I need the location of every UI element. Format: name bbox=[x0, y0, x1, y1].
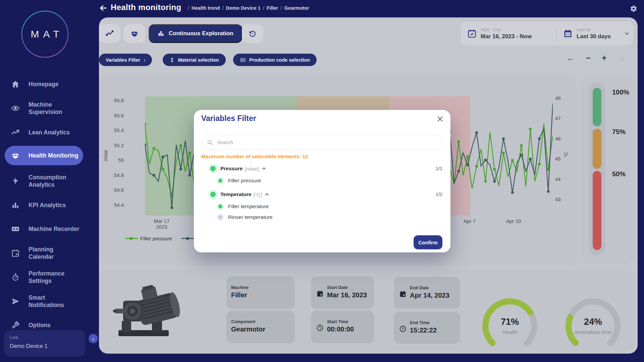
material-selection-chip-label: Material selection bbox=[178, 57, 219, 63]
group-name: Pressure bbox=[220, 166, 243, 172]
selected-dot-icon[interactable] bbox=[218, 179, 222, 183]
continuous-exploration-button[interactable]: Continuous Exploration bbox=[149, 24, 242, 43]
sidebar-item-label: Consumption Analytics bbox=[29, 174, 77, 188]
continuous-exploration-label: Continuous Exploration bbox=[169, 30, 233, 37]
end-time-value: 15:22:22 bbox=[410, 326, 455, 334]
search-field[interactable] bbox=[201, 135, 443, 150]
sidebar-item-machine-recorder[interactable]: Machine Recorder bbox=[0, 221, 88, 237]
machine-value: Filler bbox=[231, 291, 290, 299]
start-date-card: Start Date Mar 16, 2023 bbox=[311, 277, 374, 309]
interval-value: Last 30 days bbox=[577, 33, 611, 40]
tree-group-temperature[interactable]: Temperature [°C] 1/2 bbox=[194, 189, 450, 200]
sidebar-item-label: Homepage bbox=[29, 80, 58, 88]
breadcrumb: / Health trend / Demo Device 1 / Filler … bbox=[188, 5, 309, 11]
chevron-up-icon[interactable] bbox=[262, 166, 266, 171]
history-button[interactable] bbox=[242, 24, 263, 43]
breadcrumb-separator: / bbox=[188, 5, 189, 11]
anomalous-time-gauge: 24% Anomalous time bbox=[565, 297, 622, 356]
production-code-selection-chip[interactable]: Production code selection bbox=[233, 54, 317, 66]
end-time-card: End Time 15:22:22 bbox=[394, 312, 460, 344]
start-end-label: Start - End bbox=[481, 27, 532, 32]
scale-label-100: 100% bbox=[612, 88, 629, 96]
sidebar-item-label: Planning Calendar bbox=[29, 246, 77, 260]
breadcrumb-item-health-trend[interactable]: Health trend bbox=[192, 5, 220, 11]
line-selector-panel[interactable]: Line Demo Device 1 bbox=[4, 330, 85, 356]
machine-card: Machine Filler bbox=[226, 277, 295, 309]
variables-filter-chip[interactable]: Variables Filter › bbox=[99, 54, 152, 66]
breadcrumb-item-filler[interactable]: Filler bbox=[267, 5, 278, 11]
right-tick: 48 bbox=[555, 95, 561, 101]
unselected-dot-icon[interactable] bbox=[218, 215, 222, 219]
material-selection-chip[interactable]: Material selection bbox=[163, 54, 226, 66]
selected-dot-icon[interactable] bbox=[210, 192, 216, 197]
component-label: Component bbox=[231, 319, 290, 324]
sidebar-item-smart-notifications[interactable]: Smart Notifications bbox=[0, 290, 77, 313]
sidebar-item-consumption-analytics[interactable]: Consumption Analytics bbox=[0, 170, 77, 192]
selected-dot-icon[interactable] bbox=[210, 166, 216, 171]
sidebar-item-homepage[interactable]: Homepage bbox=[0, 76, 88, 92]
confirm-button[interactable]: Confirm bbox=[414, 235, 442, 249]
sidebar-item-kpi-analytics[interactable]: KPI Analytics bbox=[0, 197, 88, 213]
wrench-icon bbox=[11, 321, 20, 329]
health-gauge: 71% Health bbox=[481, 297, 538, 356]
tree-item-filler-pressure[interactable]: Filler pressure bbox=[194, 175, 450, 186]
group-count: 1/2 bbox=[436, 192, 442, 197]
interval-picker[interactable]: Interval Last 30 days bbox=[556, 22, 630, 45]
chevron-up-icon[interactable] bbox=[265, 192, 269, 197]
health-gauge-label: Health bbox=[468, 329, 552, 335]
health-scale-track bbox=[589, 82, 605, 255]
material-icon bbox=[169, 57, 175, 63]
end-date-value: Apr 14, 2023 bbox=[410, 292, 455, 299]
left-tick: 55.6 bbox=[99, 113, 124, 118]
sidebar-item-lean-analytics[interactable]: Lean Analytics bbox=[0, 125, 88, 140]
group-name: Temperature bbox=[220, 191, 252, 197]
paper-plane-icon bbox=[11, 297, 20, 306]
production-code-selection-chip-label: Production code selection bbox=[249, 57, 310, 63]
scale-segment-amber bbox=[593, 129, 601, 169]
tree-item-filler-temperature[interactable]: Filler temperature bbox=[194, 201, 450, 212]
group-unit: [°C] bbox=[254, 192, 262, 197]
component-value: Gearmotor bbox=[231, 325, 290, 333]
chart-nav-controls: ← − + → bbox=[567, 54, 626, 63]
sidebar-item-planning-calendar[interactable]: Planning Calendar bbox=[0, 242, 77, 264]
anomalous-gauge-label: Anomalous time bbox=[551, 329, 635, 335]
zoom-out-button[interactable]: − bbox=[586, 54, 590, 63]
health-view-button[interactable] bbox=[124, 24, 145, 43]
tree-item-rinser-temperature[interactable]: Rinser temperature bbox=[194, 212, 450, 223]
calendar-icon bbox=[399, 290, 407, 298]
scale-segment-red bbox=[593, 171, 601, 250]
chevron-down-icon[interactable] bbox=[624, 31, 630, 36]
sidebar-collapse-button[interactable]: ‹ bbox=[89, 334, 98, 343]
breadcrumb-item-device[interactable]: Demo Device 1 bbox=[226, 5, 261, 11]
tree-item-label: Filler pressure bbox=[228, 178, 261, 184]
settings-gear-icon[interactable] bbox=[629, 5, 638, 13]
health-gauge-value: 71% bbox=[481, 317, 538, 327]
tree-group-pressure[interactable]: Pressure [mbar] 1/1 bbox=[194, 163, 450, 174]
app-root: Health monitoring / Health trend / Demo … bbox=[0, 0, 644, 362]
sidebar-item-performance-settings[interactable]: Performance Settings bbox=[0, 266, 77, 289]
sidebar-item-health-monitoring[interactable]: Health Monitoring bbox=[5, 146, 83, 165]
pan-left-button[interactable]: ← bbox=[567, 54, 575, 63]
tree-item-label: Filler temperature bbox=[228, 203, 269, 209]
interval-label: Interval bbox=[577, 27, 611, 32]
breadcrumb-item-gearmotor[interactable]: Gearmotor bbox=[284, 5, 309, 11]
sidebar-item-machine-supervision[interactable]: Machine Supervision bbox=[0, 97, 77, 120]
close-icon[interactable] bbox=[436, 115, 444, 123]
barcode-icon bbox=[240, 57, 246, 63]
calendar-icon bbox=[316, 290, 324, 297]
selected-dot-icon[interactable] bbox=[218, 204, 222, 208]
bar-chart-icon bbox=[11, 201, 20, 209]
sidebar-item-label: Lean Analytics bbox=[29, 129, 70, 136]
start-end-picker[interactable]: Start - End Mar 16, 2023 - Now bbox=[461, 22, 556, 45]
start-time-label: Start Time bbox=[327, 319, 369, 324]
line-chart-view-button[interactable] bbox=[99, 24, 120, 43]
search-input[interactable] bbox=[216, 139, 437, 145]
x-tick: Apr 10 bbox=[506, 218, 521, 224]
x-tick: Apr 7 bbox=[464, 218, 476, 224]
pan-right-button-disabled[interactable]: → bbox=[618, 54, 626, 63]
back-button[interactable] bbox=[99, 3, 108, 13]
legend-item-pressure[interactable]: Filler pressure bbox=[125, 236, 172, 241]
zoom-in-button[interactable]: + bbox=[602, 54, 606, 63]
sidebar-item-label: KPI Analytics bbox=[29, 201, 66, 209]
breadcrumb-separator: / bbox=[281, 5, 282, 11]
